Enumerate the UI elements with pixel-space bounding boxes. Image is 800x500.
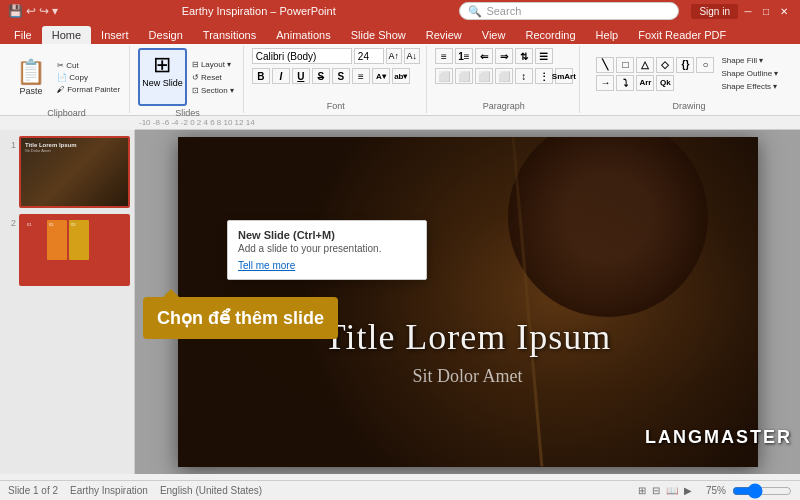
slide-2-thumbnail[interactable]: 01 02 03 <box>19 214 130 286</box>
shape-8[interactable]: ⤵ <box>616 75 634 91</box>
font-label: Font <box>327 101 345 111</box>
reading-view-button[interactable]: 📖 <box>666 485 678 496</box>
tab-review[interactable]: Review <box>416 26 472 44</box>
tab-animations[interactable]: Animations <box>266 26 340 44</box>
slideshow-button[interactable]: ▶ <box>684 485 692 496</box>
decrease-indent-button[interactable]: ⇐ <box>475 48 493 64</box>
smartart-button[interactable]: SmArt <box>555 68 573 84</box>
shape-outline-button[interactable]: Shape Outline ▾ <box>718 68 781 79</box>
quick-styles-button[interactable]: Qk <box>656 75 674 91</box>
ribbon-tabs: File Home Insert Design Transitions Anim… <box>0 22 800 44</box>
columns-button[interactable]: ⋮ <box>535 68 553 84</box>
close-button[interactable]: ✕ <box>776 4 792 18</box>
paragraph-group: ≡ 1≡ ⇐ ⇒ ⇅ ☰ ⬜ ⬜ ⬜ ⬜ ↕ ⋮ SmArt Paragraph <box>429 46 580 113</box>
tab-home[interactable]: Home <box>42 26 91 44</box>
font-size-input[interactable] <box>354 48 384 64</box>
font-row-2: B I U S S ≡ A▾ ab▾ <box>252 68 410 84</box>
tell-me-more-link[interactable]: Tell me more <box>238 260 416 271</box>
tab-insert[interactable]: Insert <box>91 26 139 44</box>
tab-help[interactable]: Help <box>586 26 629 44</box>
window-title: Earthy Inspiration – PowerPoint <box>182 5 336 17</box>
slide-sorter-button[interactable]: ⊟ <box>652 485 660 496</box>
shape-effects-button[interactable]: Shape Effects ▾ <box>718 81 781 92</box>
highlight-button[interactable]: ab▾ <box>392 68 410 84</box>
tab-foxit[interactable]: Foxit Reader PDF <box>628 26 736 44</box>
slide-1-thumbnail[interactable]: Title Lorem Ipsum Sit Dolor Amet <box>19 136 130 208</box>
slide-1-number: 1 <box>4 136 16 150</box>
zoom-slider[interactable] <box>732 485 792 497</box>
shadow-button[interactable]: S <box>332 68 350 84</box>
justify-button[interactable]: ⬜ <box>495 68 513 84</box>
shape-4[interactable]: ◇ <box>656 57 674 73</box>
shape-3[interactable]: △ <box>636 57 654 73</box>
align-right-button[interactable]: ⬜ <box>475 68 493 84</box>
title-bar: 💾 ↩ ↪ ▾ Earthy Inspiration – PowerPoint … <box>0 0 800 22</box>
numbering-button[interactable]: 1≡ <box>455 48 473 64</box>
increase-font-button[interactable]: A↑ <box>386 48 402 64</box>
slide-1-container: 1 Title Lorem Ipsum Sit Dolor Amet <box>4 136 130 208</box>
layout-button[interactable]: ⊟ Layout ▾ <box>189 59 237 70</box>
paste-button[interactable]: 📋 Paste <box>10 48 52 106</box>
new-slide-icon: ⊞ <box>153 52 171 78</box>
tab-slideshow[interactable]: Slide Show <box>341 26 416 44</box>
tab-recording[interactable]: Recording <box>515 26 585 44</box>
sign-in-button[interactable]: Sign in <box>691 4 738 19</box>
shape-5[interactable]: {} <box>676 57 694 73</box>
align-text-button[interactable]: ☰ <box>535 48 553 64</box>
align-center-button[interactable]: ⬜ <box>455 68 473 84</box>
maximize-button[interactable]: □ <box>758 4 774 18</box>
minimize-button[interactable]: ─ <box>740 4 756 18</box>
shape-2[interactable]: □ <box>616 57 634 73</box>
main-layout: 1 Title Lorem Ipsum Sit Dolor Amet 2 01 … <box>0 130 800 474</box>
undo-icon[interactable]: ↩ <box>26 4 36 18</box>
mini-box-1: 01 <box>25 220 45 260</box>
drawing-label: Drawing <box>672 101 705 111</box>
shape-6[interactable]: ○ <box>696 57 714 73</box>
increase-indent-button[interactable]: ⇒ <box>495 48 513 64</box>
underline-button[interactable]: U <box>292 68 310 84</box>
slides-panel: 1 Title Lorem Ipsum Sit Dolor Amet 2 01 … <box>0 130 135 474</box>
align-left-button[interactable]: ⬜ <box>435 68 453 84</box>
reset-button[interactable]: ↺ Reset <box>189 72 237 83</box>
decrease-font-button[interactable]: A↓ <box>404 48 420 64</box>
strikethrough-button[interactable]: S <box>312 68 330 84</box>
normal-view-button[interactable]: ⊞ <box>638 485 646 496</box>
shape-7[interactable]: → <box>596 75 614 91</box>
font-name-input[interactable] <box>252 48 352 64</box>
tab-view[interactable]: View <box>472 26 516 44</box>
paste-icon: 📋 <box>16 58 46 86</box>
shape-1[interactable]: ╲ <box>596 57 614 73</box>
bullets-button[interactable]: ≡ <box>435 48 453 64</box>
spacing-button[interactable]: ≡ <box>352 68 370 84</box>
new-slide-button[interactable]: ⊞ New Slide <box>138 48 187 106</box>
search-icon: 🔍 <box>468 5 482 18</box>
format-painter-button[interactable]: 🖌 Format Painter <box>54 84 123 95</box>
clipboard-content: 📋 Paste ✂ Cut 📄 Copy 🖌 Format Painter <box>10 48 123 106</box>
slide-info: Slide 1 of 2 <box>8 485 58 496</box>
italic-button[interactable]: I <box>272 68 290 84</box>
canvas-area: Title Lorem Ipsum Sit Dolor Amet New Sli… <box>135 130 800 474</box>
shape-fill-button[interactable]: Shape Fill ▾ <box>718 55 781 66</box>
theme-name: Earthy Inspiration <box>70 485 148 496</box>
font-color-button[interactable]: A▾ <box>372 68 390 84</box>
langmaster-watermark: LANGMASTER <box>645 427 792 448</box>
tab-transitions[interactable]: Transitions <box>193 26 266 44</box>
clipboard-label: Clipboard <box>47 108 86 118</box>
slide-1-subtitle: Sit Dolor Amet <box>25 148 124 153</box>
search-bar[interactable]: 🔍 Search <box>459 2 679 20</box>
tab-file[interactable]: File <box>4 26 42 44</box>
customize-icon[interactable]: ▾ <box>52 4 58 18</box>
cut-button[interactable]: ✂ Cut <box>54 60 123 71</box>
text-direction-button[interactable]: ⇅ <box>515 48 533 64</box>
arrange-button[interactable]: Arr <box>636 75 654 91</box>
tab-design[interactable]: Design <box>139 26 193 44</box>
line-spacing-button[interactable]: ↕ <box>515 68 533 84</box>
bold-button[interactable]: B <box>252 68 270 84</box>
drawing-content: ╲ □ △ ◇ {} ○ → ⤵ Arr Qk Shape Fill ▾ Sha… <box>596 48 781 99</box>
redo-icon[interactable]: ↪ <box>39 4 49 18</box>
save-icon[interactable]: 💾 <box>8 4 23 18</box>
copy-button[interactable]: 📄 Copy <box>54 72 123 83</box>
language-info: English (United States) <box>160 485 262 496</box>
paragraph-content: ≡ 1≡ ⇐ ⇒ ⇅ ☰ ⬜ ⬜ ⬜ ⬜ ↕ ⋮ SmArt <box>435 48 573 99</box>
section-button[interactable]: ⊡ Section ▾ <box>189 85 237 96</box>
